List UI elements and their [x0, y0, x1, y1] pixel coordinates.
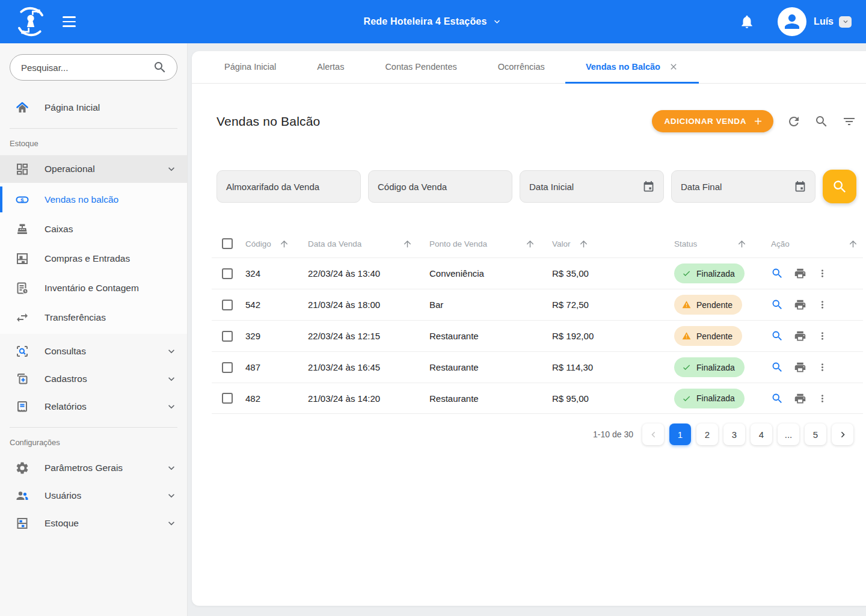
sidebar-group-usuarios[interactable]: Usuários	[0, 482, 187, 510]
add-sale-button[interactable]: ADICIONAR VENDA	[652, 110, 773, 132]
sidebar-item-vendas-no-balcao[interactable]: $ Vendas no balcão	[0, 185, 187, 214]
row-checkbox[interactable]	[222, 393, 233, 404]
tab-pagina-inicial[interactable]: Página Inicial	[204, 51, 296, 84]
calendar-icon[interactable]	[794, 180, 806, 193]
page-button-2[interactable]: 2	[696, 424, 718, 445]
search-input[interactable]	[21, 63, 153, 73]
page-button-1[interactable]: 1	[669, 424, 691, 445]
table-row: 324 22/03/24 às 13:40 Conveniência R$ 35…	[212, 257, 863, 289]
sidebar-item-label: Compras e Entradas	[45, 253, 130, 264]
stock-shelf-icon	[15, 516, 29, 531]
column-header[interactable]: Status	[674, 239, 697, 248]
sort-arrow-icon[interactable]	[579, 239, 589, 249]
select-all-checkbox[interactable]	[222, 238, 233, 249]
hotel-selector[interactable]: Rede Hoteleira 4 Estações	[363, 16, 502, 27]
next-page-button[interactable]	[832, 424, 853, 445]
sidebar-item-inventario-e-contagem[interactable]: Inventário e Contagem	[0, 273, 187, 303]
cell-data: 21/03/24 às 18:00	[308, 300, 429, 310]
tab-bar: Página Inicial Alertas Contas Pendentes …	[192, 51, 866, 84]
app-logo-icon[interactable]	[13, 4, 48, 39]
view-details-icon[interactable]	[771, 267, 784, 280]
user-avatar[interactable]	[778, 7, 806, 36]
filter-data-inicial[interactable]: Data Inicial	[520, 170, 664, 203]
filter-icon[interactable]	[842, 114, 856, 129]
more-options-icon[interactable]	[817, 392, 828, 405]
cell-codigo: 482	[245, 393, 308, 404]
add-copy-icon	[15, 372, 29, 386]
divider	[10, 128, 177, 129]
more-options-icon[interactable]	[817, 330, 828, 342]
row-checkbox[interactable]	[222, 268, 233, 279]
sidebar-item-transferencias[interactable]: Transferências	[0, 303, 187, 332]
chevron-down-icon	[165, 373, 177, 385]
sort-arrow-icon[interactable]	[525, 239, 535, 249]
menu-hamburger-icon[interactable]	[63, 13, 79, 30]
view-details-icon[interactable]	[771, 330, 784, 342]
sidebar-group-relatorios[interactable]: Relatórios	[0, 393, 187, 420]
page-toolbar: Vendas no Balcão ADICIONAR VENDA	[216, 110, 856, 132]
sidebar-group-consultas[interactable]: Consultas	[0, 337, 187, 365]
filter-data-final[interactable]: Data Final	[671, 170, 815, 203]
sort-arrow-icon[interactable]	[848, 239, 858, 249]
print-icon[interactable]	[794, 392, 806, 405]
filter-codigo-venda[interactable]: Código da Venda	[368, 170, 512, 203]
print-icon[interactable]	[794, 330, 806, 342]
calendar-icon[interactable]	[642, 180, 655, 193]
tab-vendas-no-balcao[interactable]: Vendas no Balcão	[565, 51, 699, 84]
row-checkbox[interactable]	[222, 300, 233, 310]
chevron-left-icon	[648, 429, 659, 440]
column-header[interactable]: Data da Venda	[308, 239, 361, 248]
more-options-icon[interactable]	[817, 361, 828, 374]
sort-arrow-icon[interactable]	[737, 239, 747, 249]
more-options-icon[interactable]	[817, 267, 828, 280]
row-checkbox[interactable]	[222, 331, 233, 342]
chevron-down-icon	[165, 163, 177, 175]
sidebar-item-label: Transferências	[45, 312, 106, 323]
sidebar-group-cadastros[interactable]: Cadastros	[0, 365, 187, 393]
sidebar-group-label: Relatórios	[45, 401, 150, 412]
sidebar-group-label: Operacional	[45, 164, 150, 174]
sidebar-search[interactable]	[10, 54, 177, 81]
view-details-icon[interactable]	[771, 392, 784, 405]
chevron-down-icon	[841, 17, 850, 26]
prev-page-button[interactable]	[642, 424, 664, 445]
page-button-4[interactable]: 4	[751, 424, 772, 445]
page-button-5[interactable]: 5	[805, 424, 826, 445]
close-icon[interactable]	[669, 62, 678, 72]
row-checkbox[interactable]	[222, 362, 233, 373]
sidebar-group-estoque[interactable]: Estoque	[0, 510, 187, 537]
column-header[interactable]: Valor	[552, 239, 571, 248]
search-icon[interactable]	[814, 114, 829, 129]
sidebar-item-pagina-inicial[interactable]: Página Inicial	[0, 94, 187, 122]
refresh-icon[interactable]	[787, 114, 801, 129]
page-button-ellipsis[interactable]: ...	[778, 424, 799, 445]
cell-valor: R$ 35,00	[552, 268, 674, 279]
tab-contas-pendentes[interactable]: Contas Pendentes	[364, 51, 477, 84]
sidebar-group-operacional[interactable]: Operacional	[0, 155, 187, 183]
page-button-3[interactable]: 3	[723, 424, 745, 445]
column-header[interactable]: Ponto de Venda	[429, 239, 487, 248]
more-options-icon[interactable]	[817, 298, 828, 311]
apply-filters-search-button[interactable]	[823, 170, 856, 203]
print-icon[interactable]	[794, 298, 806, 311]
brand-title: Rede Hoteleira 4 Estações	[363, 16, 487, 27]
view-details-icon[interactable]	[771, 361, 784, 374]
sidebar-item-caixas[interactable]: Caixas	[0, 214, 187, 244]
view-details-icon[interactable]	[771, 298, 784, 311]
column-header[interactable]: Ação	[771, 239, 790, 248]
column-header[interactable]: Código	[245, 239, 271, 248]
sort-arrow-icon[interactable]	[402, 239, 413, 249]
print-icon[interactable]	[794, 267, 806, 280]
sort-arrow-icon[interactable]	[279, 239, 289, 249]
cell-valor: R$ 95,00	[552, 393, 674, 404]
sidebar-item-label: Inventário e Contagem	[45, 283, 139, 294]
sidebar-item-compras-e-entradas[interactable]: Compras e Entradas	[0, 244, 187, 273]
print-icon[interactable]	[794, 361, 806, 374]
user-menu-button[interactable]	[839, 16, 852, 28]
filter-almoxarifado[interactable]: Almoxarifado da Venda	[216, 170, 361, 203]
status-badge: Pendente	[674, 326, 742, 346]
sidebar-group-parametros-gerais[interactable]: Parâmetros Gerais	[0, 454, 187, 482]
tab-alertas[interactable]: Alertas	[296, 51, 364, 84]
tab-ocorrencias[interactable]: Ocorrências	[478, 51, 565, 84]
notifications-bell-icon[interactable]	[739, 14, 755, 29]
